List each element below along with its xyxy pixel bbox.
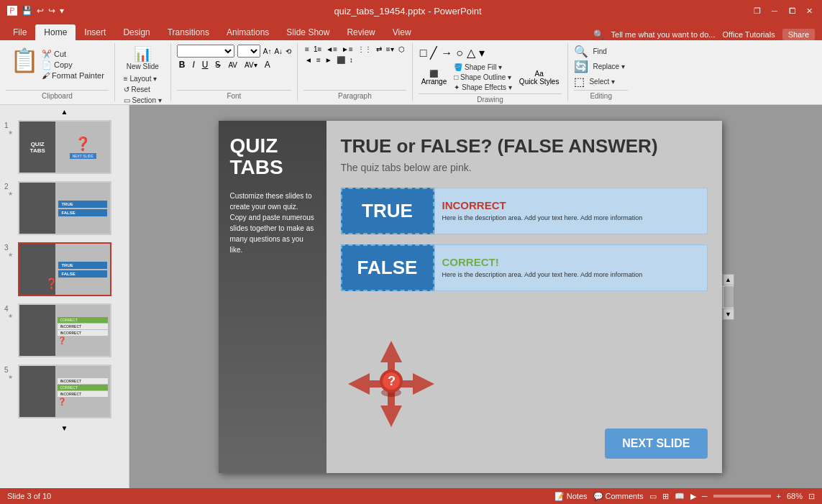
- false-tab[interactable]: FALSE: [341, 244, 434, 291]
- rect-shape[interactable]: □: [419, 45, 429, 61]
- normal-view-btn[interactable]: ▭: [649, 492, 657, 501]
- font-color-btn[interactable]: A: [262, 59, 273, 70]
- redo-icon[interactable]: ↪: [48, 6, 55, 16]
- layout-button[interactable]: ≡ Layout ▾: [121, 74, 165, 83]
- line-shape[interactable]: ╱: [429, 45, 439, 61]
- shadow-btn[interactable]: AV: [226, 60, 239, 70]
- cut-button[interactable]: ✂️ Cut: [42, 50, 104, 59]
- line-spacing-btn[interactable]: ↕: [348, 55, 355, 65]
- notes-btn[interactable]: 📝 Notes: [554, 492, 588, 501]
- text-direction-btn[interactable]: ⇄: [375, 45, 383, 54]
- zoom-in-btn[interactable]: +: [777, 492, 781, 500]
- bullets-btn[interactable]: ≡: [303, 45, 311, 54]
- tab-insert[interactable]: Insert: [76, 24, 114, 40]
- true-tab[interactable]: TRUE: [341, 188, 434, 234]
- tab-view[interactable]: View: [384, 24, 420, 40]
- italic-btn[interactable]: I: [190, 59, 196, 70]
- reading-view-btn[interactable]: 📖: [675, 492, 685, 501]
- bold-btn[interactable]: B: [177, 59, 188, 70]
- tab-file[interactable]: File: [4, 24, 35, 40]
- decrease-font-btn[interactable]: A↓: [274, 47, 283, 55]
- tab-slideshow[interactable]: Slide Show: [278, 24, 338, 40]
- tab-home[interactable]: Home: [35, 24, 76, 40]
- find-button[interactable]: Find: [590, 47, 609, 56]
- slide-thumb-1[interactable]: 1 ★ QUIZ TABS ❓ NEXT SLIDE: [3, 119, 126, 175]
- justify-btn[interactable]: ⬛: [335, 55, 347, 65]
- convert-smartart-btn[interactable]: ⬡: [397, 45, 406, 54]
- restore-btn[interactable]: ⧠: [786, 5, 798, 17]
- slide-img-5[interactable]: INCORRECT CORRECT INCORRECT ❓: [18, 365, 111, 418]
- fit-window-btn[interactable]: ⊡: [808, 492, 815, 501]
- font-size-select[interactable]: [237, 45, 260, 58]
- decrease-indent-btn[interactable]: ◄≡: [324, 45, 339, 54]
- scrollbar-track[interactable]: [723, 285, 734, 308]
- triangle-shape[interactable]: △: [465, 45, 477, 61]
- restore2-icon[interactable]: ❐: [752, 5, 763, 17]
- scroll-down-btn[interactable]: ▼: [61, 424, 68, 432]
- tab-review[interactable]: Review: [338, 24, 383, 40]
- next-slide-button[interactable]: NEXT SLIDE: [605, 429, 707, 459]
- close-btn[interactable]: ✕: [803, 5, 815, 17]
- tab-animations[interactable]: Animations: [218, 24, 278, 40]
- zoom-slider[interactable]: [713, 495, 771, 498]
- slide-img-2[interactable]: TRUE FALSE: [18, 181, 111, 235]
- increase-font-btn[interactable]: A↑: [263, 47, 272, 55]
- select-button[interactable]: Select ▾: [586, 77, 618, 86]
- clear-format-btn[interactable]: ⟲: [286, 47, 291, 55]
- align-center-btn[interactable]: ≡: [315, 55, 322, 65]
- copy-button[interactable]: 📄 Copy: [42, 60, 104, 70]
- new-slide-button[interactable]: 📊 New Slide: [122, 45, 163, 73]
- align-left-btn[interactable]: ◄: [303, 55, 314, 65]
- slideshow-btn[interactable]: ▶: [690, 492, 696, 501]
- section-button[interactable]: ▭ Section ▾: [121, 96, 165, 105]
- scroll-up-btn[interactable]: ▲: [723, 274, 734, 285]
- slide-img-1[interactable]: QUIZ TABS ❓ NEXT SLIDE: [18, 120, 111, 174]
- zoom-out-btn[interactable]: ─: [702, 492, 708, 500]
- slide-sorter-btn[interactable]: ⊞: [662, 492, 669, 501]
- char-spacing-btn[interactable]: AV▾: [242, 60, 260, 70]
- oval-shape[interactable]: ○: [455, 45, 465, 61]
- increase-indent-btn[interactable]: ►≡: [340, 45, 355, 54]
- slide-thumb-4[interactable]: 4 ★ CORRECT INCORRECT INCORRECT ❓: [3, 302, 126, 359]
- more-shapes[interactable]: ▾: [478, 45, 486, 61]
- font-family-select[interactable]: [177, 45, 234, 58]
- format-painter-button[interactable]: 🖌 Format Painter: [42, 71, 104, 80]
- slide-img-4[interactable]: CORRECT INCORRECT INCORRECT ❓: [18, 303, 111, 357]
- minimize-btn[interactable]: ─: [769, 5, 780, 17]
- tell-me[interactable]: Tell me what you want to do...: [611, 30, 716, 39]
- undo-icon[interactable]: ↩: [37, 6, 44, 16]
- scrollbar-thumb[interactable]: [723, 286, 734, 308]
- slide-thumb-5[interactable]: 5 ★ INCORRECT CORRECT INCORRECT ❓: [3, 363, 126, 420]
- numbering-btn[interactable]: 1≡: [312, 45, 323, 54]
- office-tutorials[interactable]: Office Tutorials: [722, 30, 775, 39]
- shape-outline-btn[interactable]: □ Shape Outline ▾: [451, 73, 515, 82]
- arrow-shape[interactable]: →: [439, 45, 454, 61]
- scroll-up-btn[interactable]: ▲: [61, 108, 68, 116]
- comments-label: Comments: [606, 492, 644, 500]
- quick-styles-button[interactable]: AaQuick Styles: [516, 68, 562, 87]
- replace-button[interactable]: Replace ▾: [590, 62, 627, 71]
- scroll-down-btn2[interactable]: ▼: [723, 308, 734, 320]
- shape-effects-btn[interactable]: ✦ Shape Effects ▾: [451, 83, 515, 92]
- false-option[interactable]: FALSE CORRECT! Here is the description a…: [341, 244, 708, 291]
- arrange-button[interactable]: ⬛Arrange: [419, 68, 450, 87]
- slide-thumb-3[interactable]: 3 ★ TRUE FALSE ❓: [3, 241, 126, 298]
- right-scrollbar[interactable]: ▲ ▼: [722, 274, 734, 320]
- comments-btn[interactable]: 💬 Comments: [593, 492, 644, 501]
- shape-fill-btn[interactable]: 🪣 Shape Fill ▾: [451, 63, 515, 72]
- tab-design[interactable]: Design: [114, 24, 158, 40]
- columns-btn[interactable]: ⋮⋮: [356, 45, 373, 54]
- paste-button[interactable]: 📋 ✂️ Cut 📄 Copy 🖌 Format Painter: [6, 45, 109, 82]
- align-right-btn[interactable]: ►: [324, 55, 334, 65]
- true-option[interactable]: TRUE INCORRECT Here is the description a…: [341, 188, 708, 234]
- slide-img-3[interactable]: TRUE FALSE ❓: [18, 242, 111, 296]
- underline-btn[interactable]: U: [200, 59, 211, 70]
- align-text-btn[interactable]: ≡▾: [385, 45, 396, 54]
- slide-thumb-2[interactable]: 2 ★ TRUE FALSE: [3, 180, 126, 237]
- replace-icon: 🔄: [574, 60, 588, 73]
- strikethrough-btn[interactable]: S̶: [213, 59, 223, 70]
- tab-transitions[interactable]: Transitions: [159, 24, 218, 40]
- save-icon[interactable]: 💾: [22, 6, 32, 16]
- share-btn[interactable]: Share: [782, 29, 815, 40]
- reset-button[interactable]: ↺ Reset: [121, 85, 165, 94]
